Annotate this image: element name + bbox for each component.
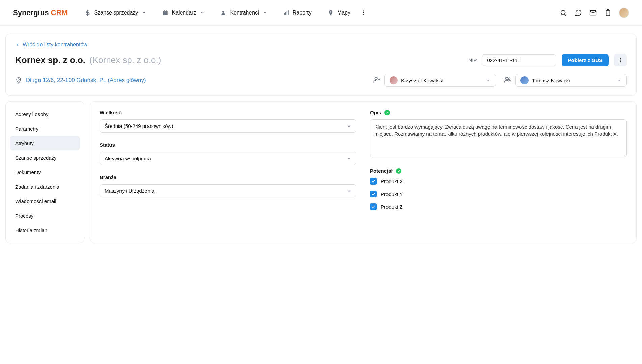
- back-link[interactable]: Wróć do listy kontrahentów: [15, 41, 627, 48]
- main-nav: Szanse sprzedaży Kalendarz Kontrahenci R…: [78, 6, 560, 19]
- sidebar-item-history[interactable]: Historia zmian: [10, 223, 80, 237]
- calendar-icon: [162, 10, 168, 16]
- gus-button[interactable]: Pobierz z GUS: [562, 54, 609, 66]
- size-select[interactable]: Średnia (50-249 pracowników): [100, 119, 356, 133]
- checkbox-product-z[interactable]: Produkt Z: [370, 203, 627, 210]
- owner-icon: [373, 76, 380, 85]
- logo: Synergius CRM: [13, 8, 68, 17]
- page-header-card: Wróć do listy kontrahentów Kornex sp. z …: [5, 34, 637, 96]
- company-name: Kornex sp. z o.o.: [15, 55, 85, 65]
- status-label: Status: [100, 142, 356, 148]
- team-select[interactable]: Tomasz Nowacki: [515, 74, 627, 87]
- nav-calendar[interactable]: Kalendarz: [156, 6, 211, 19]
- svg-rect-7: [287, 11, 287, 15]
- nav-more[interactable]: [360, 9, 367, 17]
- svg-point-24: [508, 78, 510, 80]
- search-icon: [560, 9, 567, 17]
- svg-point-10: [363, 10, 364, 11]
- meta-row: Długa 12/6, 22-100 Gdańsk, PL (Adres głó…: [15, 74, 627, 87]
- title-row: Kornex sp. z o.o. (Kornex sp. z o.o.) NI…: [15, 54, 627, 66]
- industry-label: Branża: [100, 174, 356, 180]
- desc-label: Opis: [370, 110, 627, 115]
- clipboard-button[interactable]: [604, 9, 612, 17]
- more-actions-button[interactable]: [614, 54, 627, 66]
- sidebar-item-attributes[interactable]: Atrybuty: [10, 136, 80, 150]
- svg-point-23: [506, 77, 508, 80]
- svg-point-21: [18, 79, 19, 80]
- nip-label: NIP: [468, 57, 477, 63]
- nip-input[interactable]: [482, 54, 556, 66]
- chevron-down-icon: [200, 11, 204, 15]
- team-icon: [504, 76, 511, 85]
- checkbox-product-y[interactable]: Produkt Y: [370, 191, 627, 197]
- sidebar-item-parameters[interactable]: Parametry: [10, 121, 80, 136]
- status-select[interactable]: Aktywna współpraca: [100, 152, 356, 165]
- svg-point-18: [620, 58, 621, 59]
- sidebar-item-processes[interactable]: Procesy: [10, 208, 80, 223]
- check-icon: [384, 110, 390, 115]
- address-link[interactable]: Długa 12/6, 22-100 Gdańsk, PL (Adres głó…: [15, 77, 365, 84]
- svg-point-19: [620, 60, 621, 61]
- potential-label: Potencjał: [370, 168, 627, 174]
- size-label: Wielkość: [100, 110, 356, 115]
- svg-rect-0: [163, 11, 168, 15]
- check-icon: [396, 168, 401, 174]
- team-avatar: [520, 76, 529, 84]
- chat-button[interactable]: [574, 9, 582, 17]
- svg-point-9: [330, 11, 331, 12]
- checkbox-icon: [370, 178, 377, 185]
- chat-icon: [574, 9, 582, 17]
- checkbox-icon: [370, 203, 377, 210]
- svg-point-12: [363, 14, 364, 15]
- mail-button[interactable]: [589, 9, 597, 17]
- svg-point-4: [222, 11, 224, 13]
- more-icon: [617, 57, 623, 63]
- page-container: Wróć do listy kontrahentów Kornex sp. z …: [0, 26, 642, 251]
- chevron-down-icon: [347, 189, 351, 193]
- checkbox-icon: [370, 191, 377, 197]
- owner-avatar: [390, 76, 398, 84]
- chevron-down-icon: [617, 78, 622, 83]
- svg-line-14: [565, 14, 566, 16]
- pin-icon: [328, 10, 334, 16]
- chevron-down-icon: [263, 11, 267, 15]
- chevron-left-icon: [15, 42, 20, 47]
- svg-rect-1: [163, 12, 168, 12]
- sidebar-item-documents[interactable]: Dokumenty: [10, 165, 80, 179]
- svg-rect-6: [285, 12, 286, 15]
- sidebar-item-tasks[interactable]: Zadania i zdarzenia: [10, 179, 80, 194]
- detail-sidebar: Adresy i osoby Parametry Atrybuty Szanse…: [5, 101, 84, 243]
- header-actions: [560, 8, 629, 18]
- checkbox-product-x[interactable]: Produkt X: [370, 178, 627, 185]
- svg-rect-8: [288, 10, 288, 15]
- nav-reports[interactable]: Raporty: [276, 6, 318, 19]
- svg-point-13: [561, 10, 565, 15]
- mail-icon: [589, 9, 597, 17]
- search-button[interactable]: [560, 9, 567, 17]
- nav-sales[interactable]: Szanse sprzedaży: [78, 6, 153, 19]
- clipboard-icon: [604, 9, 612, 17]
- location-icon: [15, 77, 22, 84]
- desc-textarea[interactable]: [370, 119, 627, 157]
- chevron-down-icon: [142, 11, 146, 15]
- svg-point-22: [375, 77, 377, 80]
- person-icon: [220, 10, 226, 16]
- company-subname: (Kornex sp. z o.o.): [89, 55, 161, 65]
- sidebar-item-addresses[interactable]: Adresy i osoby: [10, 107, 80, 121]
- chevron-down-icon: [347, 124, 351, 129]
- svg-point-11: [363, 12, 364, 13]
- svg-rect-5: [284, 13, 285, 15]
- chevron-down-icon: [347, 156, 351, 161]
- chevron-down-icon: [486, 78, 491, 83]
- sidebar-item-emails[interactable]: Wiadomości email: [10, 194, 80, 208]
- industry-select[interactable]: Maszyny i Urządzenia: [100, 184, 356, 197]
- dollar-icon: [85, 10, 91, 16]
- sidebar-item-sales[interactable]: Szanse sprzedaży: [10, 150, 80, 165]
- svg-point-20: [620, 61, 621, 62]
- nav-maps[interactable]: Mapy: [321, 6, 357, 19]
- app-header: Synergius CRM Szanse sprzedaży Kalendarz…: [0, 0, 642, 26]
- user-avatar[interactable]: [619, 8, 629, 18]
- content-row: Adresy i osoby Parametry Atrybuty Szanse…: [5, 101, 637, 243]
- nav-contractors[interactable]: Kontrahenci: [214, 6, 273, 19]
- owner-select[interactable]: Krzysztof Kowalski: [384, 74, 496, 87]
